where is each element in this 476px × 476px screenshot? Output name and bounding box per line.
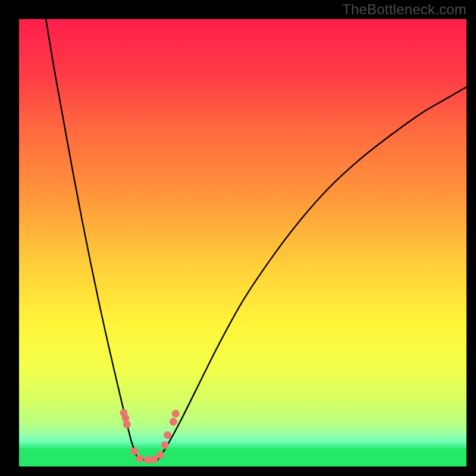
outer-frame: TheBottleneck.com — [0, 0, 476, 476]
data-marker — [151, 455, 158, 463]
data-marker — [172, 410, 180, 418]
data-marker — [164, 431, 171, 439]
data-marker — [123, 421, 131, 428]
plot-area — [19, 19, 466, 466]
curve-left-branch — [46, 19, 138, 460]
watermark-text: TheBottleneck.com — [342, 1, 466, 18]
data-marker — [136, 455, 144, 462]
data-marker — [156, 451, 164, 459]
data-marker — [161, 441, 169, 449]
curve-right-branch — [158, 87, 466, 459]
chart-svg — [19, 19, 466, 466]
data-marker — [131, 447, 139, 455]
data-marker — [170, 418, 177, 425]
